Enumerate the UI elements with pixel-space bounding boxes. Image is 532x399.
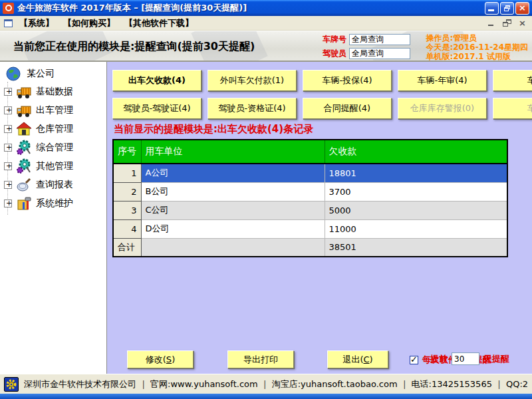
bottom-blue-strip	[0, 394, 532, 399]
status-bar-text: 深圳市金牛软件技术有限公司 ｜ 官网:www.yuhansoft.com ｜ 淘…	[24, 378, 528, 390]
modify-label-end: )	[172, 354, 175, 364]
session-info: 操作员:管理员 今天是:2016-11-24星期四 单机版:2017.1 试用版	[426, 33, 528, 61]
close-icon: ×	[516, 3, 529, 13]
sidebar-item-label: 综合管理	[36, 142, 73, 154]
minimize-button[interactable]	[485, 2, 499, 15]
title-bar: 金牛旅游车软件 2017年版本 – [提醒查询(提前30天提醒)] ×	[0, 0, 532, 16]
table-header-row: 序号 用车单位 欠收款	[113, 140, 507, 164]
advance-days-suffix: 天提醒	[483, 353, 509, 365]
company-gear-icon	[4, 377, 19, 392]
row-amount: 18801	[325, 164, 507, 182]
row-unit: B公司	[141, 182, 325, 201]
restore-button[interactable]	[500, 2, 514, 15]
sidebar-item-warehouse[interactable]: 仓库管理	[4, 120, 73, 138]
gears-icon	[16, 158, 32, 174]
reminder-button-vehicle-insurance[interactable]: 车辆-投保(4)	[303, 70, 392, 91]
module-header: 当前您正在使用的模块是:提醒查询(提前30天提醒) 车牌号 驾驶员 操作员:管理…	[0, 31, 532, 62]
expand-plus-icon[interactable]	[4, 200, 12, 207]
sidebar-tree: 某公司 基础数据 出车管理	[0, 62, 107, 374]
menu-system[interactable]: 【系统】	[19, 17, 54, 29]
operator-text: 操作员:管理员	[426, 33, 528, 43]
table-row[interactable]: 3 C公司 5000	[113, 201, 507, 219]
row-amount: 3700	[325, 182, 507, 201]
reminder-button-vehicle-inspection[interactable]: 车辆-年审(4)	[398, 70, 487, 91]
reminder-button-vehicle-clipped[interactable]: 车辆-	[493, 70, 532, 91]
advance-days-label: 提前	[430, 353, 448, 365]
current-module-text: 当前您正在使用的模块是:提醒查询(提前30天提醒)	[13, 40, 255, 54]
window-title: 金牛旅游车软件 2017年版本 – [提醒查询(提前30天提醒)]	[17, 2, 485, 14]
tree-root-company[interactable]: 某公司	[5, 66, 55, 82]
row-seq: 3	[113, 201, 141, 219]
total-label: 合计	[113, 238, 141, 257]
column-header-unit: 用车单位	[141, 140, 325, 164]
sidebar-item-label: 系统维护	[36, 198, 73, 209]
sidebar-item-system-maintenance[interactable]: 系统维护	[4, 195, 73, 212]
table-row[interactable]: 2 B公司 3700	[113, 182, 507, 201]
column-header-amount: 欠收款	[325, 140, 507, 164]
reminder-button-driver-certificate[interactable]: 驾驶员-资格证(4)	[207, 98, 297, 119]
main-panel: 出车欠收款(4) 外叫车欠付款(1) 车辆-投保(4) 车辆-年审(4) 车辆-…	[107, 62, 532, 374]
reminder-button-driver-license[interactable]: 驾驶员-驾驶证(4)	[112, 98, 201, 119]
driver-label: 驾驶员	[323, 48, 346, 59]
advance-days-input[interactable]	[452, 352, 479, 365]
truck-icon	[16, 102, 32, 118]
row-seq: 2	[113, 182, 141, 201]
table-row[interactable]: 4 D公司 11000	[113, 219, 507, 238]
table-caption: 当前显示的提醒模块是:出车欠收款(4)条记录	[114, 123, 313, 136]
expand-plus-icon[interactable]	[4, 162, 12, 170]
row-amount: 11000	[325, 219, 507, 238]
reminder-button-hired-payables[interactable]: 外叫车欠付款(1)	[207, 70, 297, 91]
sidebar-item-label: 仓库管理	[36, 123, 73, 135]
expand-plus-icon[interactable]	[4, 106, 12, 114]
modify-button[interactable]: 修改(S)	[127, 350, 194, 368]
sidebar-item-dispatch[interactable]: 出车管理	[4, 102, 73, 119]
gears-icon	[16, 140, 32, 156]
globe-icon	[5, 66, 21, 82]
column-header-seq: 序号	[113, 140, 141, 164]
row-unit: A公司	[141, 164, 325, 182]
menu-how-to-buy[interactable]: 【如何购买】	[63, 17, 115, 29]
mdi-close-icon[interactable]: ×	[517, 18, 528, 28]
plate-search-input[interactable]	[349, 34, 410, 45]
modify-hotkey: S	[166, 354, 172, 364]
tools-icon	[16, 196, 32, 211]
application-window: 金牛旅游车软件 2017年版本 – [提醒查询(提前30天提醒)] × 【系统】…	[0, 0, 532, 399]
sidebar-item-reports[interactable]: 查询报表	[4, 176, 73, 194]
driver-search-input[interactable]	[349, 48, 410, 59]
sidebar-item-general-mgmt[interactable]: 综合管理	[4, 139, 73, 156]
sidebar-item-other-mgmt[interactable]: 其他管理	[4, 158, 73, 175]
plate-number-label: 车牌号	[323, 34, 346, 45]
row-seq: 4	[113, 219, 141, 238]
menu-other-downloads[interactable]: 【其他软件下载】	[124, 17, 194, 29]
sidebar-item-label: 出车管理	[36, 104, 73, 116]
sidebar-item-base-data[interactable]: 基础数据	[4, 83, 73, 100]
reminder-button-vehicle-clipped-2[interactable]: 车辆-	[493, 98, 532, 119]
sidebar-item-label: 其他管理	[36, 160, 73, 172]
reminder-button-dispatch-receivables[interactable]: 出车欠收款(4)	[112, 70, 201, 91]
table-row[interactable]: 1 A公司 18801	[113, 164, 507, 182]
close-button[interactable]: ×	[515, 2, 529, 15]
sidebar-item-label: 查询报表	[36, 179, 73, 191]
expand-plus-icon[interactable]	[4, 125, 12, 133]
edition-text: 单机版:2017.1 试用版	[426, 52, 528, 61]
expand-plus-icon[interactable]	[4, 181, 12, 189]
reminder-button-stock-alert[interactable]: 仓库库存警报(0)	[398, 98, 487, 119]
export-print-button[interactable]: 导出打印	[227, 350, 294, 368]
reminder-button-contract[interactable]: 合同提醒(4)	[303, 98, 392, 119]
row-unit: C公司	[141, 201, 325, 219]
mdi-restore-icon[interactable]	[501, 18, 513, 28]
expand-plus-icon[interactable]	[4, 144, 12, 152]
row-unit: D公司	[141, 219, 325, 238]
row-amount: 5000	[325, 201, 507, 219]
restore-icon	[504, 5, 510, 11]
expand-plus-icon[interactable]	[4, 88, 12, 96]
status-bar: 深圳市金牛软件技术有限公司 ｜ 官网:www.yuhansoft.com ｜ 淘…	[0, 374, 532, 394]
app-logo-icon	[3, 3, 14, 14]
warehouse-icon	[16, 121, 32, 137]
mdi-minimize-icon[interactable]	[486, 18, 497, 28]
report-search-icon	[16, 177, 32, 193]
startup-reminder-checkbox[interactable]	[410, 356, 418, 364]
menu-bar: 【系统】 【如何购买】 【其他软件下载】 ×	[0, 16, 532, 31]
minimize-icon	[488, 9, 494, 11]
child-window-icon[interactable]	[4, 19, 13, 27]
